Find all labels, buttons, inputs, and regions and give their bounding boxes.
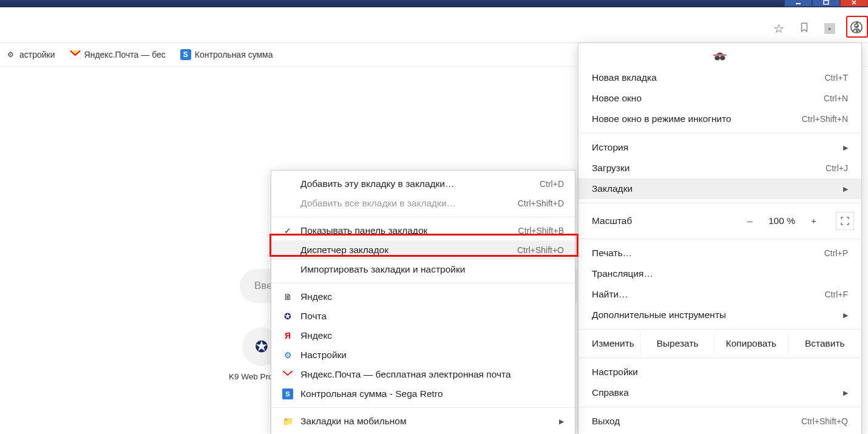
- menu-item-more-tools[interactable]: Дополнительные инструменты▶: [578, 305, 861, 325]
- gear-icon: ⚙: [5, 49, 16, 60]
- extension-icon[interactable]: [799, 22, 810, 35]
- svg-rect-10: [713, 55, 727, 56]
- check-icon: ✓: [282, 225, 293, 236]
- gear-icon: ✪: [282, 311, 293, 322]
- chevron-right-icon: ▶: [559, 418, 564, 426]
- bookmark-item[interactable]: ⚙ астройки: [0, 47, 60, 63]
- submenu-bookmark-item[interactable]: ⚙Настройки: [271, 345, 575, 365]
- submenu-add-this-tab[interactable]: Добавить эту вкладку в закладки…Ctrl+D: [271, 174, 575, 194]
- bookmark-label: Контрольная сумма: [195, 50, 273, 59]
- incognito-indicator-icon: [578, 47, 861, 67]
- bookmark-item[interactable]: S Контрольная сумма: [175, 47, 278, 63]
- shield-icon: ✪: [255, 337, 268, 356]
- favicon: S: [180, 49, 191, 60]
- edit-cut-button[interactable]: Вырезать: [640, 333, 714, 354]
- menu-item-new-tab[interactable]: Новая вкладкаCtrl+T: [578, 67, 861, 88]
- yandex-icon: Я: [282, 330, 293, 341]
- chrome-main-menu: Новая вкладкаCtrl+T Новое окноCtrl+N Нов…: [578, 42, 862, 434]
- submenu-import-bookmarks[interactable]: Импортировать закладки и настройки: [271, 260, 575, 279]
- submenu-bookmark-item[interactable]: Яндекс.Почта — бесплатная электронная по…: [271, 365, 575, 384]
- menu-item-exit[interactable]: ВыходCtrl+Shift+Q: [578, 411, 861, 432]
- browser-toolbar: ☆ ■: [0, 7, 868, 43]
- bookmarks-submenu: Добавить эту вкладку в закладки…Ctrl+D Д…: [271, 170, 575, 434]
- bookmark-item[interactable]: Яндекс.Почта — бес: [65, 47, 171, 63]
- menu-item-print[interactable]: Печать…Ctrl+P: [578, 243, 861, 263]
- chevron-right-icon: ▶: [843, 185, 848, 193]
- chrome-menu-button[interactable]: [846, 16, 868, 38]
- zoom-in-button[interactable]: +: [802, 213, 825, 229]
- svg-point-9: [720, 56, 725, 61]
- window-close-button[interactable]: [840, 0, 868, 7]
- window-minimize-button[interactable]: [784, 0, 812, 7]
- menu-item-new-window[interactable]: Новое окноCtrl+N: [578, 88, 861, 109]
- zoom-out-button[interactable]: –: [739, 213, 761, 229]
- bookmark-star-icon[interactable]: ☆: [773, 21, 784, 36]
- menu-item-find[interactable]: Найти…Ctrl+F: [578, 284, 861, 305]
- menu-item-incognito[interactable]: Новое окно в режиме инкогнитоCtrl+Shift+…: [578, 109, 861, 129]
- bookmark-label: Яндекс.Почта — бес: [84, 50, 166, 59]
- submenu-show-bookmarks-bar[interactable]: ✓Показывать панель закладокCtrl+Shift+B: [271, 221, 575, 240]
- menu-item-help[interactable]: Справка▶: [578, 382, 861, 403]
- menu-item-cast[interactable]: Трансляция…: [578, 263, 861, 284]
- menu-item-settings[interactable]: Настройки: [578, 362, 861, 382]
- menu-item-zoom: Масштаб – 100 % +: [578, 207, 861, 235]
- menu-item-edit: Изменить Вырезать Копировать Вставить: [578, 333, 861, 354]
- submenu-mobile-bookmarks[interactable]: 📁Закладки на мобильном▶: [271, 412, 575, 431]
- gear-icon: ⚙: [282, 350, 293, 361]
- page-icon: 🗎: [282, 291, 293, 302]
- favicon: S: [282, 388, 293, 399]
- submenu-bookmark-item[interactable]: ✪Почта: [271, 307, 575, 326]
- submenu-bookmark-manager[interactable]: Диспетчер закладокCtrl+Shift+O: [271, 240, 575, 260]
- mail-icon: [282, 369, 293, 380]
- svg-point-8: [714, 56, 720, 61]
- submenu-bookmark-item[interactable]: ЯЯндекс: [271, 326, 575, 345]
- folder-icon: 📁: [282, 416, 293, 427]
- submenu-bookmark-item[interactable]: SКонтрольная сумма - Sega Retro: [271, 384, 575, 404]
- zoom-value: 100 %: [762, 215, 801, 226]
- window-maximize-button[interactable]: [812, 0, 840, 7]
- extension-button[interactable]: ■: [824, 23, 835, 34]
- edit-copy-button[interactable]: Копировать: [714, 333, 787, 354]
- menu-item-downloads[interactable]: ЗагрузкиCtrl+J: [578, 158, 861, 178]
- edit-paste-button[interactable]: Вставить: [788, 333, 861, 354]
- bookmark-label: астройки: [19, 50, 55, 59]
- menu-item-history[interactable]: История▶: [578, 137, 861, 158]
- menu-item-bookmarks[interactable]: Закладки▶: [578, 178, 861, 199]
- chevron-right-icon: ▶: [843, 389, 848, 397]
- fullscreen-button[interactable]: [836, 212, 854, 230]
- mail-icon: [70, 49, 81, 60]
- submenu-bookmark-item[interactable]: 🗎Яндекс: [271, 287, 575, 307]
- more-vertical-icon: [856, 21, 858, 32]
- svg-rect-1: [824, 1, 829, 4]
- chevron-right-icon: ▶: [843, 311, 848, 319]
- window-title-bar: [0, 0, 868, 7]
- submenu-add-all-tabs: Добавить все вкладки в закладки…Ctrl+Shi…: [271, 194, 575, 213]
- chevron-right-icon: ▶: [843, 144, 848, 152]
